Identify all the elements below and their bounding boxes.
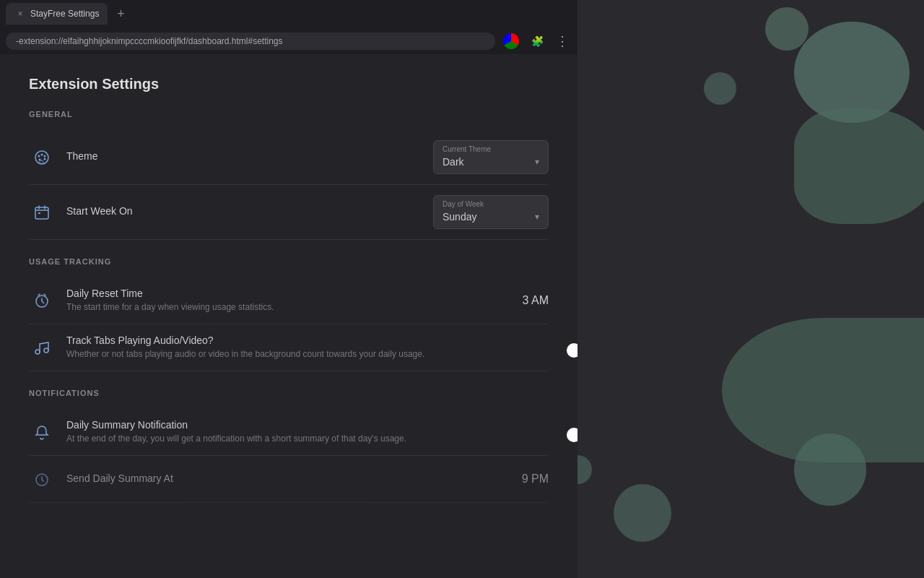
theme-value-text: Dark — [443, 156, 464, 168]
send-daily-summary-control[interactable]: 9 PM — [522, 473, 549, 486]
decorative-blob-3 — [704, 72, 736, 105]
theme-info: Theme — [66, 150, 422, 164]
theme-name: Theme — [66, 150, 422, 162]
tab-bar: × StayFree Settings + — [0, 0, 578, 27]
svg-point-13 — [44, 348, 48, 353]
start-week-dropdown[interactable]: Day of Week Sunday ▾ — [433, 195, 549, 229]
music-icon — [33, 339, 51, 356]
send-summary-icon-container — [29, 466, 55, 492]
theme-dropdown-label: Current Theme — [434, 141, 548, 155]
daily-reset-value: 3 AM — [523, 294, 549, 306]
decorative-blob-2 — [765, 7, 808, 51]
theme-icon — [29, 144, 55, 171]
notifications-section-label: NOTIFICATIONS — [29, 389, 549, 397]
general-section-label: GENERAL — [29, 110, 549, 118]
start-week-name: Start Week On — [66, 205, 422, 217]
decorative-blob-1 — [794, 22, 910, 123]
daily-summary-row: Daily Summary Notification At the end of… — [29, 409, 549, 456]
tab-close-button[interactable]: × — [14, 8, 26, 20]
puzzle-icon: 🧩 — [531, 35, 544, 47]
theme-dropdown[interactable]: Current Theme Dark ▾ — [433, 140, 549, 174]
settings-panel: Extension Settings GENERAL Theme Current… — [0, 54, 578, 578]
track-tabs-desc: Whether or not tabs playing audio or vid… — [66, 348, 537, 361]
start-week-setting-row: Start Week On Day of Week Sunday ▾ — [29, 185, 549, 240]
send-daily-summary-value: 9 PM — [522, 473, 549, 485]
daily-reset-row: Daily Reset Time The start time for a da… — [29, 277, 549, 324]
send-daily-summary-info: Send Daily Summary At — [66, 473, 510, 486]
theme-dropdown-arrow: ▾ — [535, 157, 539, 167]
calendar-icon — [33, 204, 51, 221]
address-bar[interactable]: -extension://elfaihghhijoknimpccccmkioof… — [6, 33, 495, 50]
track-tabs-row: Track Tabs Playing Audio/Video? Whether … — [29, 324, 549, 371]
track-tabs-name: Track Tabs Playing Audio/Video? — [66, 335, 537, 346]
clock-icon-container — [29, 288, 55, 314]
decorative-blob-4 — [794, 108, 924, 224]
send-summary-icon — [33, 470, 51, 488]
svg-point-2 — [41, 153, 43, 155]
clock-icon — [33, 292, 51, 309]
address-bar-row: -extension://elfaihghhijoknimpccccmkioof… — [0, 27, 578, 55]
bell-icon-container — [29, 419, 55, 445]
daily-summary-desc: At the end of the day, you will get a no… — [66, 433, 537, 445]
daily-reset-name: Daily Reset Time — [66, 288, 511, 299]
chrome-icon[interactable] — [501, 31, 521, 51]
daily-summary-name: Daily Summary Notification — [66, 419, 537, 431]
svg-point-3 — [44, 155, 46, 157]
start-week-dropdown-arrow: ▾ — [535, 212, 539, 222]
daily-summary-info: Daily Summary Notification At the end of… — [66, 419, 537, 445]
start-week-dropdown-value[interactable]: Sunday ▾ — [434, 210, 548, 228]
daily-reset-desc: The start time for a day when viewing us… — [66, 301, 511, 314]
palette-icon — [33, 149, 51, 166]
svg-point-12 — [35, 350, 40, 354]
svg-point-0 — [35, 151, 48, 164]
start-week-dropdown-label: Day of Week — [434, 196, 548, 210]
extensions-icon[interactable]: 🧩 — [527, 31, 547, 51]
theme-dropdown-value[interactable]: Dark ▾ — [434, 155, 548, 173]
calendar-icon-container — [29, 199, 55, 225]
bell-icon — [33, 423, 51, 441]
decorative-blob-6 — [722, 318, 924, 462]
svg-rect-6 — [35, 207, 48, 219]
send-daily-summary-name: Send Daily Summary At — [66, 473, 510, 484]
svg-rect-10 — [38, 212, 40, 214]
send-daily-summary-row: Send Daily Summary At 9 PM — [29, 456, 549, 503]
usage-tracking-section-label: USAGE TRACKING — [29, 257, 549, 266]
start-week-value-text: Sunday — [443, 211, 476, 223]
decorative-blob-7 — [614, 484, 671, 542]
track-tabs-info: Track Tabs Playing Audio/Video? Whether … — [66, 335, 537, 361]
active-tab[interactable]: × StayFree Settings — [6, 3, 108, 25]
page-title: Extension Settings — [29, 76, 549, 92]
daily-reset-info: Daily Reset Time The start time for a da… — [66, 288, 511, 314]
new-tab-button[interactable]: + — [110, 4, 131, 24]
tab-title-text: StayFree Settings — [30, 9, 99, 19]
theme-setting-row: Theme Current Theme Dark ▾ — [29, 130, 549, 185]
start-week-info: Start Week On — [66, 205, 422, 219]
address-text: -extension://elfaihghhijoknimpccccmkioof… — [16, 36, 283, 46]
daily-reset-control[interactable]: 3 AM — [523, 294, 549, 307]
browser-window: × StayFree Settings + -extension://elfai… — [0, 0, 578, 55]
start-week-control[interactable]: Day of Week Sunday ▾ — [433, 195, 549, 229]
theme-control[interactable]: Current Theme Dark ▾ — [433, 140, 549, 174]
svg-point-1 — [38, 155, 40, 157]
music-icon-container — [29, 335, 55, 361]
svg-point-4 — [44, 158, 46, 160]
more-options-button[interactable]: ⋮ — [553, 30, 572, 52]
chrome-circle — [503, 33, 519, 49]
